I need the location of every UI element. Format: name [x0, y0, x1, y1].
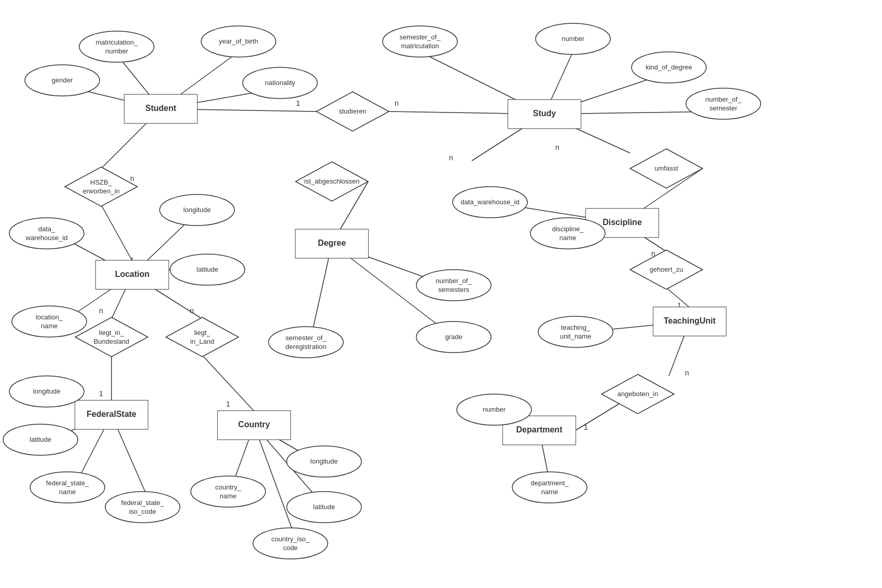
er-diagram	[0, 0, 882, 588]
